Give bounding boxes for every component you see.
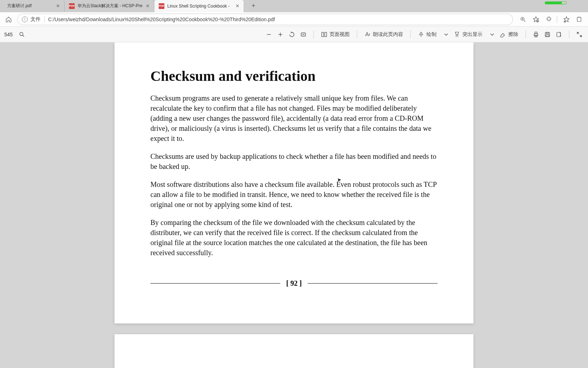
fit-page-button[interactable]	[298, 29, 309, 40]
erase-label: 擦除	[508, 31, 518, 38]
paragraph: Checksum programs are used to generate a…	[150, 93, 438, 143]
paragraph: Most software distributions also have a …	[150, 179, 438, 210]
footer-line	[150, 283, 280, 284]
close-icon[interactable]: ✕	[56, 3, 60, 9]
separator	[569, 31, 569, 38]
svg-line-15	[23, 35, 24, 37]
svg-rect-27	[535, 32, 537, 34]
svg-point-14	[20, 32, 23, 36]
svg-rect-31	[546, 34, 549, 36]
rotate-button[interactable]	[286, 29, 298, 40]
tabs-bar: 方案研讨.pdf ✕ PDF 华为云Stack解决方案 - HCSP-Pre ✕…	[0, 0, 588, 12]
extensions-icon[interactable]	[543, 14, 555, 25]
highlight-label: 突出显示	[462, 31, 482, 38]
favorites-list-icon[interactable]	[561, 14, 572, 25]
highlight-button[interactable]: 突出显示	[451, 29, 485, 40]
battery-indicator	[545, 1, 566, 4]
draw-button[interactable]: 绘制	[415, 29, 439, 40]
erase-button[interactable]: 擦除	[497, 29, 521, 40]
pdf-viewport[interactable]: Checksum and verification Checksum progr…	[0, 42, 588, 368]
info-icon[interactable]: i	[22, 17, 28, 22]
highlight-dropdown[interactable]	[485, 29, 497, 40]
section-heading: Checksum and verification	[150, 68, 438, 84]
read-aloud-button[interactable]: 朗读此页内容	[361, 29, 406, 40]
new-tab-button[interactable]: +	[248, 1, 258, 11]
page-footer: [ 92 ]	[150, 279, 438, 288]
svg-marker-8	[564, 17, 569, 22]
page-view-button[interactable]: 页面视图	[318, 29, 353, 40]
svg-rect-21	[322, 32, 323, 37]
zoom-icon[interactable]	[517, 14, 529, 25]
favorites-star-icon[interactable]	[530, 14, 542, 25]
svg-line-34	[580, 35, 582, 37]
draw-label: 绘制	[426, 31, 437, 38]
paragraph: Checksums are used by backup application…	[150, 151, 438, 171]
cursor-icon: ➤	[337, 177, 341, 183]
print-button[interactable]	[530, 29, 542, 40]
pdf-page: Checksum and verification Checksum progr…	[115, 42, 473, 323]
tab-pdf-2[interactable]: PDF 华为云Stack解决方案 - HCSP-Pre ✕	[65, 0, 154, 12]
save-button[interactable]	[542, 29, 553, 40]
collections-icon[interactable]	[574, 14, 585, 25]
svg-rect-22	[325, 32, 327, 37]
page-number-display: 545	[3, 30, 14, 39]
zoom-out-button[interactable]	[263, 29, 275, 40]
close-icon[interactable]: ✕	[146, 3, 150, 9]
separator	[357, 31, 357, 38]
separator	[557, 16, 557, 23]
draw-dropdown[interactable]	[439, 29, 451, 40]
tab-pdf-3[interactable]: PDF Linux Shell Scripting Cookbook - ✕	[154, 0, 244, 12]
tab-title: 华为云Stack解决方案 - HCSP-Pre	[78, 3, 143, 9]
address-bar: i 文件 C:/Users/weizhd/Downloads/Linux%20S…	[0, 12, 588, 27]
fullscreen-button[interactable]	[574, 29, 585, 40]
separator	[526, 31, 526, 38]
read-aloud-label: 朗读此页内容	[373, 31, 403, 38]
footer-line	[308, 283, 438, 284]
svg-rect-28	[535, 35, 537, 37]
save-as-button[interactable]	[553, 29, 565, 40]
tab-title: 方案研讨.pdf	[7, 3, 53, 9]
pdf-icon: PDF	[159, 3, 164, 9]
svg-line-33	[577, 32, 579, 34]
close-icon[interactable]: ✕	[235, 3, 239, 9]
zoom-in-button[interactable]	[275, 29, 286, 40]
page-view-label: 页面视图	[330, 31, 350, 38]
paragraph: By comparing the checksum of the file we…	[150, 217, 438, 258]
svg-rect-30	[546, 32, 549, 34]
pdf-toolbar: 545 页面视图 朗读此页内容 绘制 突出显示 擦除	[0, 27, 588, 42]
svg-rect-11	[577, 17, 581, 22]
separator	[410, 31, 411, 38]
tab-title: Linux Shell Scripting Cookbook -	[167, 4, 233, 9]
pdf-page-next	[115, 334, 473, 368]
url-bar[interactable]: i 文件 C:/Users/weizhd/Downloads/Linux%20S…	[17, 14, 513, 25]
tab-pdf-1[interactable]: 方案研讨.pdf ✕	[0, 0, 65, 12]
url-type-label: 文件	[31, 16, 45, 23]
url-text: C:/Users/weizhd/Downloads/Linux%20Shell%…	[48, 17, 275, 22]
svg-line-1	[524, 20, 525, 22]
home-button[interactable]	[3, 14, 14, 25]
search-button[interactable]	[16, 29, 28, 40]
pdf-icon: PDF	[69, 3, 75, 9]
page-number: [ 92 ]	[280, 279, 307, 288]
separator	[313, 31, 314, 38]
page-number-area[interactable]: 545	[3, 30, 14, 39]
